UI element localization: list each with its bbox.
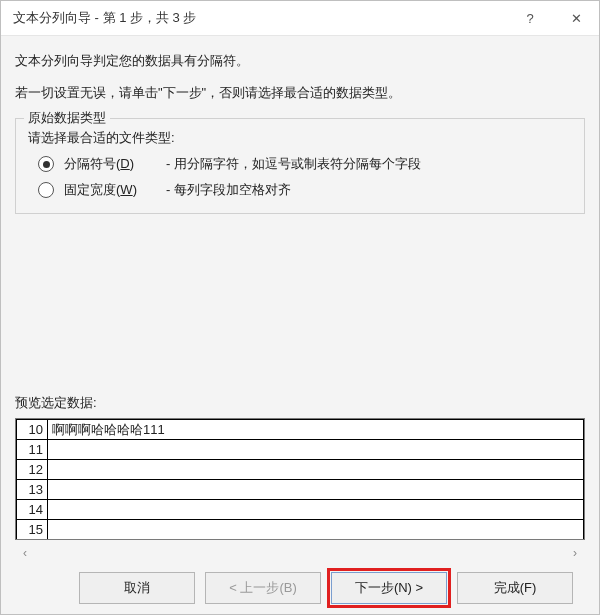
cancel-button[interactable]: 取消 [79,572,195,604]
table-row: 10啊啊啊哈哈哈哈111 [17,420,584,440]
preview-box: 10啊啊啊哈哈哈哈111 11 12 13 14 15 [15,418,585,540]
option-delimited[interactable]: 分隔符号(D) - 用分隔字符，如逗号或制表符分隔每个字段 [38,155,572,173]
table-row: 12 [17,460,584,480]
scroll-right-icon[interactable]: › [567,546,583,560]
table-row: 15 [17,520,584,540]
option-delimited-desc: - 用分隔字符，如逗号或制表符分隔每个字段 [166,155,421,173]
intro-text-2: 若一切设置无误，请单击"下一步"，否则请选择最合适的数据类型。 [15,84,585,102]
button-bar: 取消 < 上一步(B) 下一步(N) > 完成(F) [15,562,585,614]
help-icon: ? [526,11,533,26]
table-row: 11 [17,440,584,460]
table-row: 14 [17,500,584,520]
option-fixed-width-label: 固定宽度(W) [64,181,156,199]
preview-hscrollbar[interactable]: ‹ › [15,544,585,562]
option-delimited-label: 分隔符号(D) [64,155,156,173]
preview-label: 预览选定数据: [15,394,585,412]
radio-delimited[interactable] [38,156,54,172]
back-button: < 上一步(B) [205,572,321,604]
option-fixed-width[interactable]: 固定宽度(W) - 每列字段加空格对齐 [38,181,572,199]
spacer [15,228,585,388]
intro-text-1: 文本分列向导判定您的数据具有分隔符。 [15,52,585,70]
preview-table: 10啊啊啊哈哈哈哈111 11 12 13 14 15 [16,419,584,540]
wizard-window: 文本分列向导 - 第 1 步，共 3 步 ? ✕ 文本分列向导判定您的数据具有分… [0,0,600,615]
help-button[interactable]: ? [507,1,553,35]
close-button[interactable]: ✕ [553,1,599,35]
option-fixed-width-desc: - 每列字段加空格对齐 [166,181,291,199]
window-title: 文本分列向导 - 第 1 步，共 3 步 [13,9,507,27]
group-prompt: 请选择最合适的文件类型: [28,129,572,147]
radio-fixed-width[interactable] [38,182,54,198]
titlebar: 文本分列向导 - 第 1 步，共 3 步 ? ✕ [1,1,599,36]
dialog-body: 文本分列向导判定您的数据具有分隔符。 若一切设置无误，请单击"下一步"，否则请选… [1,36,599,614]
group-legend: 原始数据类型 [24,109,110,127]
original-data-type-group: 原始数据类型 请选择最合适的文件类型: 分隔符号(D) - 用分隔字符，如逗号或… [15,118,585,214]
table-row: 13 [17,480,584,500]
scroll-left-icon[interactable]: ‹ [17,546,33,560]
close-icon: ✕ [571,11,582,26]
finish-button[interactable]: 完成(F) [457,572,573,604]
next-button[interactable]: 下一步(N) > [331,572,447,604]
